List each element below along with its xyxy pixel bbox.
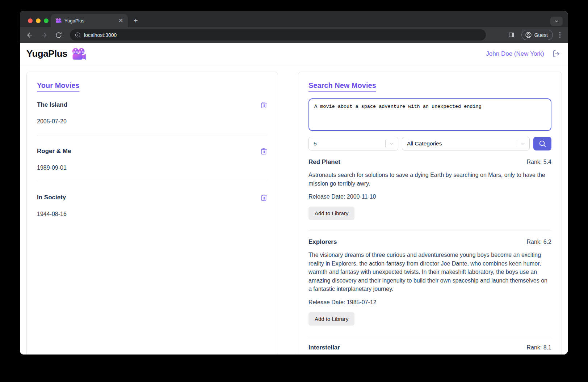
browser-window: YugaPlus ✕ + localhost:3000 Guest	[20, 11, 568, 355]
result-release-date: Release Date: 2000-11-10	[308, 194, 551, 200]
app-title: YugaPlus	[26, 48, 67, 59]
tab-title: YugaPlus	[64, 18, 114, 24]
magnifier-icon	[538, 140, 546, 148]
trash-icon	[260, 194, 268, 201]
minimize-window-button[interactable]	[36, 18, 41, 23]
logout-button[interactable]	[552, 50, 560, 58]
back-button[interactable]	[25, 30, 34, 40]
result-title: Interstellar	[308, 344, 340, 351]
movie-title: The Island	[37, 101, 67, 109]
add-to-library-button[interactable]: Add to Library	[308, 207, 354, 220]
user-area: John Doe (New York)	[486, 50, 560, 58]
delete-movie-button[interactable]	[260, 148, 268, 155]
chevron-down-icon	[554, 19, 559, 24]
result-description: The visionary dreams of three curious an…	[308, 251, 551, 293]
person-in-circle-icon	[525, 31, 532, 38]
window-controls	[28, 18, 49, 23]
result-title: Explorers	[308, 238, 337, 246]
your-movies-panel: Your Movies The Island 2005-07-20 Roger …	[26, 72, 278, 355]
forward-button[interactable]	[39, 30, 49, 40]
category-select[interactable]: All Categories	[402, 137, 530, 150]
browser-toolbar: localhost:3000 Guest	[20, 27, 568, 43]
address-bar[interactable]: localhost:3000	[70, 29, 486, 41]
result-release-date: Release Date: 1985-07-12	[308, 299, 551, 306]
delete-movie-button[interactable]	[260, 101, 268, 109]
divider	[308, 230, 551, 230]
chevron-down-icon	[389, 141, 394, 147]
your-movies-heading: Your Movies	[37, 81, 79, 90]
result-rank: Rank: 5.4	[527, 159, 551, 165]
search-result: Red Planet Rank: 5.4 Astronauts search f…	[308, 158, 551, 230]
result-limit-value: 5	[314, 140, 385, 147]
side-panel-icon	[508, 32, 514, 38]
site-info-icon	[75, 32, 80, 38]
category-value: All Categories	[407, 140, 517, 147]
movie-release-date: 1989-09-01	[37, 165, 268, 171]
app-header: YugaPlus John Doe (New York)	[20, 43, 568, 65]
list-item: The Island 2005-07-20	[37, 101, 268, 136]
tab-favicon-movie-camera-icon	[56, 18, 62, 23]
movie-release-date: 2005-07-20	[37, 118, 268, 125]
search-result: Explorers Rank: 6.2 The visionary dreams…	[308, 238, 551, 336]
profile-label: Guest	[534, 32, 548, 38]
add-to-library-button[interactable]: Add to Library	[308, 312, 354, 326]
side-panel-button[interactable]	[507, 30, 516, 40]
search-result: Interstellar Rank: 8.1	[308, 344, 551, 351]
yugaplus-app: YugaPlus John Doe (New York)	[20, 43, 568, 355]
zoom-window-button[interactable]	[44, 18, 49, 23]
list-item: Roger & Me 1989-09-01	[37, 148, 268, 182]
close-window-button[interactable]	[28, 18, 33, 23]
browser-tab[interactable]: YugaPlus ✕	[51, 14, 128, 27]
profile-button[interactable]: Guest	[521, 30, 553, 40]
divider	[308, 336, 551, 336]
reload-icon	[55, 32, 62, 38]
divider	[37, 136, 268, 136]
browser-menu-button[interactable]	[558, 32, 562, 38]
search-button[interactable]	[533, 137, 551, 150]
movie-title: In Society	[37, 194, 66, 201]
search-controls: 5 All Categories	[308, 137, 551, 150]
result-description: Astronauts search for solutions to save …	[308, 171, 551, 188]
movie-camera-logo-icon	[72, 48, 86, 60]
new-tab-button[interactable]: +	[134, 17, 138, 24]
reload-button[interactable]	[54, 30, 63, 40]
arrow-right-icon	[41, 31, 48, 39]
main-content: Your Movies The Island 2005-07-20 Roger …	[20, 65, 568, 355]
result-title: Red Planet	[308, 158, 340, 166]
result-limit-select[interactable]: 5	[308, 137, 398, 150]
movie-release-date: 1944-08-16	[37, 211, 268, 217]
brand: YugaPlus	[26, 48, 86, 60]
tab-search-button[interactable]	[550, 17, 563, 26]
trash-icon	[260, 101, 268, 109]
result-rank: Rank: 6.2	[527, 239, 551, 245]
movie-title: Roger & Me	[37, 148, 71, 155]
user-name-link[interactable]: John Doe (New York)	[486, 50, 544, 58]
result-rank: Rank: 8.1	[527, 344, 551, 351]
tab-strip: YugaPlus ✕ +	[20, 11, 568, 27]
url-text: localhost:3000	[84, 32, 117, 38]
log-out-icon	[552, 50, 560, 58]
search-panel: Search New Movies A movie about a space …	[298, 72, 562, 355]
arrow-left-icon	[26, 31, 33, 39]
delete-movie-button[interactable]	[260, 194, 268, 201]
tab-close-icon[interactable]: ✕	[117, 17, 124, 24]
search-heading: Search New Movies	[308, 81, 376, 90]
search-query-input[interactable]: A movie about a space adventure with an …	[308, 98, 551, 131]
list-item: In Society 1944-08-16	[37, 194, 268, 217]
divider	[37, 182, 268, 182]
trash-icon	[260, 148, 268, 155]
chevron-down-icon	[520, 141, 526, 147]
